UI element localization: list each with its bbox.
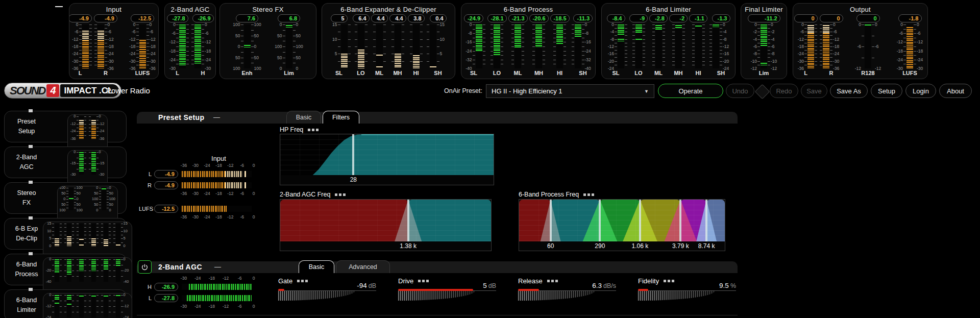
sidebar-item-tab-marker (29, 252, 33, 255)
sidebar-item-6-b exp-de-clip[interactable]: 6-B ExpDe-Clip151050151050 (4, 218, 127, 250)
sidebar-item-preset-setup[interactable]: PresetSetup0-12-24-360-12-24-36 (4, 111, 127, 142)
undo-button[interactable]: Undo (726, 84, 754, 98)
onair-preset-select[interactable]: HG II - High Efficiency 1 ▼ (486, 84, 654, 98)
redo-button[interactable]: Redo (770, 84, 798, 98)
meter-ticks (830, 25, 832, 68)
save-as-button[interactable]: Save As (830, 84, 868, 98)
options-dots-icon[interactable] (308, 129, 318, 131)
meter-ticks (338, 25, 340, 68)
agc-meter-block: -30-24-18-12-60H-26.9L-27.8-30-24-18-12-… (139, 276, 264, 309)
sidebar-item-6-band-process[interactable]: 6-BandProcess0-20-400-20-40 (4, 254, 127, 285)
meter-label: L (79, 70, 82, 76)
knob-drive[interactable]: Drive5dB (398, 275, 496, 304)
meter-unit: 4.4MH (389, 14, 406, 76)
agc-freq-graph[interactable]: 1.38 k (280, 199, 492, 251)
sidebar-item-2-band-agc[interactable]: 2-BandAGC0-15-300-15-30 (4, 146, 127, 178)
knob-release[interactable]: Release6.3dB/s (518, 275, 616, 304)
collapse-dash-icon[interactable]: — (214, 263, 221, 271)
meter-bar (67, 259, 71, 282)
meter-scale: 0-6-12-18-24-30-36 (794, 25, 804, 68)
hp-freq-plot[interactable] (280, 134, 494, 176)
meter-ticks (420, 25, 423, 68)
six-band-freq-plot[interactable] (519, 199, 725, 242)
meter-row: H-26.9 (139, 281, 264, 292)
panel-title: Final Limiter (745, 5, 783, 14)
knob-gate[interactable]: Gate-94dB (278, 275, 376, 304)
knob-dial[interactable] (398, 291, 475, 301)
meter-label: LUFS (135, 70, 150, 76)
meter-bar (341, 25, 348, 68)
setup-button[interactable]: Setup (871, 84, 902, 98)
login-button[interactable]: Login (905, 84, 936, 98)
crossover-marker[interactable] (639, 200, 641, 242)
meter-scale: 0-15-30 (68, 152, 76, 175)
collapse-dash-icon[interactable]: — (213, 113, 220, 121)
crossover-marker[interactable] (407, 200, 409, 242)
logo-four-badge: 4 (46, 84, 59, 97)
meter-bar (116, 259, 120, 282)
meter-unit: -4.90-6-12-18-24-30-36R (94, 14, 118, 76)
meter-ticks (553, 25, 556, 68)
sidebar-item-6-band-limiter[interactable]: 6-BandLimiter0-12-240-12-24 (4, 289, 127, 318)
meter-ticks (72, 224, 74, 246)
meter-row: 515105SL6.4LO4.4ML4.4MH3.8HI0.415105SH (327, 14, 450, 76)
options-dots-icon[interactable] (297, 280, 308, 282)
agc-freq-plot[interactable] (280, 199, 492, 242)
meter-label: SH (434, 70, 442, 76)
meter-row: 0-12-24-360-12-24-36 (68, 116, 107, 139)
meter-bar (655, 25, 662, 68)
meter-bar (91, 295, 96, 317)
meter-scale: -30-24-18-12-60 (184, 304, 260, 309)
meter-ticks (709, 25, 712, 68)
crossover-marker[interactable] (705, 200, 707, 242)
six-band-freq-footer: 602901.06 k3.79 k8.74 k (519, 241, 725, 251)
meter-row: 00-6-12-18-24-30-36L00-6-12-18-24-30-36R… (794, 14, 927, 76)
window-minimize-dash[interactable] (55, 6, 63, 7)
meter-ticks (52, 295, 54, 317)
meter-ticks (66, 188, 68, 210)
tab-advanced[interactable]: Advanced (336, 260, 390, 273)
meter-bar (104, 295, 108, 317)
meter-scale: 0-4-8-12-16-20-24 (723, 25, 733, 68)
options-dots-icon[interactable] (418, 280, 429, 282)
knob-dial[interactable] (638, 291, 715, 301)
meter-ticks (365, 25, 368, 68)
tab-basic[interactable]: Basic (299, 260, 334, 273)
save-button[interactable]: Save (801, 84, 827, 98)
meter-ticks (720, 25, 722, 68)
crossover-marker[interactable] (550, 200, 552, 242)
meter-label: L (139, 171, 154, 177)
meter-label: SL (335, 70, 342, 76)
tab-basic[interactable]: Basic (286, 111, 321, 124)
input-block-title: Input (184, 155, 254, 163)
hp-freq-graph[interactable]: 28 (280, 134, 494, 185)
meter-ticks (383, 25, 386, 68)
six-band-freq-graph[interactable]: 602901.06 k3.79 k8.74 k (519, 199, 725, 251)
meter-bar (635, 25, 642, 68)
options-dots-icon[interactable] (547, 280, 558, 282)
sidebar-item-stereo-fx[interactable]: StereoFX10050050100100500501000501005000… (4, 182, 127, 214)
about-button[interactable]: About (939, 84, 972, 98)
meter-ticks (176, 25, 179, 68)
knob-dial[interactable] (278, 291, 355, 301)
agc-freq-label: 2-Band AGC Freq (280, 191, 346, 198)
meter-scale: 0-6-12-18-24-30 (893, 25, 903, 68)
options-dots-icon[interactable] (664, 280, 674, 282)
operate-button[interactable]: Operate (658, 84, 723, 98)
agc-power-button[interactable] (138, 260, 152, 274)
knob-dial[interactable] (518, 291, 595, 301)
knob-fidelity[interactable]: Fidelity9.5% (638, 275, 736, 304)
options-dots-icon[interactable] (335, 193, 346, 196)
meter-bar (244, 25, 251, 68)
meter-ticks (74, 188, 76, 210)
crossover-marker[interactable] (679, 200, 681, 242)
meter-unit: 0-12-24 (43, 295, 62, 317)
hp-freq-marker[interactable] (352, 134, 354, 176)
options-dots-icon[interactable] (583, 193, 594, 196)
meter-scale: 0-2-4-6-8-10-12 (771, 25, 781, 68)
meter-panel: 6-Band Process-24.90-8-16-24-32-40SL-28.… (461, 3, 596, 79)
crossover-marker[interactable] (599, 200, 601, 242)
meter-ticks (815, 25, 817, 68)
tab-filters[interactable]: Filters (323, 111, 359, 124)
meter-unit: -11.30-8-16-24-32-40SH (571, 14, 595, 76)
